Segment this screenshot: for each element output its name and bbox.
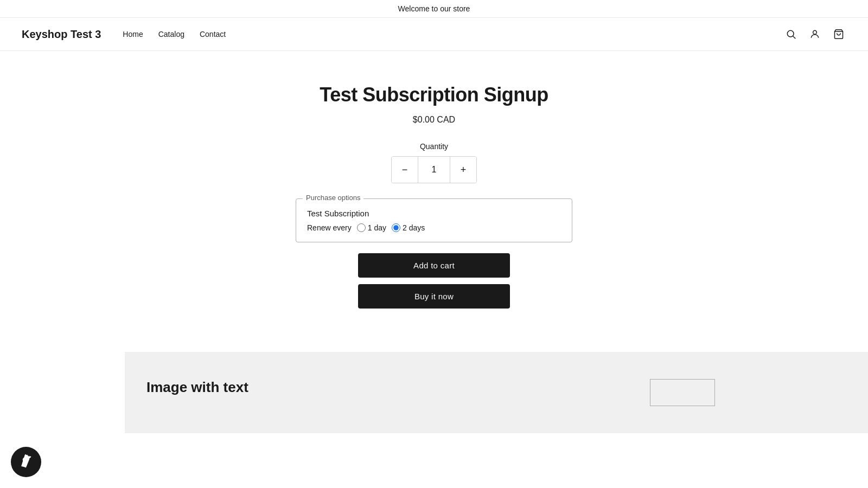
bottom-section: Image with text xyxy=(0,352,868,433)
quantity-control: − + xyxy=(228,156,640,183)
quantity-decrease-button[interactable]: − xyxy=(392,157,418,183)
renew-option-2days[interactable]: 2 days xyxy=(392,223,425,232)
announcement-text: Welcome to our store xyxy=(398,4,470,13)
subscription-name: Test Subscription xyxy=(307,209,561,218)
renew-radio-1day[interactable] xyxy=(357,223,366,232)
purchase-options-box: Purchase options Test Subscription Renew… xyxy=(296,198,572,242)
renew-option-1day-label: 1 day xyxy=(368,223,386,232)
image-with-text-title: Image with text xyxy=(146,379,475,396)
product-price: $0.00 CAD xyxy=(228,115,640,125)
header-icons xyxy=(783,27,846,42)
quantity-label: Quantity xyxy=(228,142,640,151)
quantity-input[interactable] xyxy=(418,157,450,183)
image-placeholder xyxy=(650,379,715,406)
renew-label: Renew every xyxy=(307,223,352,232)
nav-contact[interactable]: Contact xyxy=(200,30,226,38)
store-logo[interactable]: Keyshop Test 3 xyxy=(22,28,101,41)
announcement-bar: Welcome to our store xyxy=(0,0,868,18)
product-page: Test Subscription Signup $0.00 CAD Quant… xyxy=(217,51,651,352)
bottom-right-content: Image with text xyxy=(125,352,868,433)
bottom-left-spacer xyxy=(0,352,125,433)
add-to-cart-button[interactable]: Add to cart xyxy=(358,253,510,278)
search-button[interactable] xyxy=(783,27,799,42)
renew-radio-2days[interactable] xyxy=(392,223,400,232)
purchase-options-legend: Purchase options xyxy=(303,194,363,202)
renew-option-1day[interactable]: 1 day xyxy=(357,223,386,232)
cart-icon xyxy=(833,29,844,40)
purchase-options-wrapper: Purchase options Test Subscription Renew… xyxy=(228,198,640,242)
quantity-increase-button[interactable]: + xyxy=(450,157,476,183)
header: Keyshop Test 3 Home Catalog Contact xyxy=(0,18,868,51)
search-icon xyxy=(786,29,796,40)
nav-home[interactable]: Home xyxy=(123,30,143,38)
account-icon xyxy=(809,29,820,40)
svg-point-0 xyxy=(787,30,794,37)
svg-line-1 xyxy=(793,36,796,39)
image-placeholder-section xyxy=(496,352,868,433)
product-title: Test Subscription Signup xyxy=(228,84,640,106)
cart-button[interactable] xyxy=(831,27,846,42)
buy-it-now-button[interactable]: Buy it now xyxy=(358,284,510,309)
svg-point-2 xyxy=(813,30,817,34)
quantity-wrapper: − + xyxy=(391,156,477,183)
main-nav: Home Catalog Contact xyxy=(123,30,783,38)
renew-row: Renew every 1 day 2 days xyxy=(307,223,561,232)
nav-catalog[interactable]: Catalog xyxy=(158,30,184,38)
renew-option-2days-label: 2 days xyxy=(403,223,425,232)
image-with-text-section: Image with text xyxy=(125,352,496,433)
account-button[interactable] xyxy=(807,27,822,42)
